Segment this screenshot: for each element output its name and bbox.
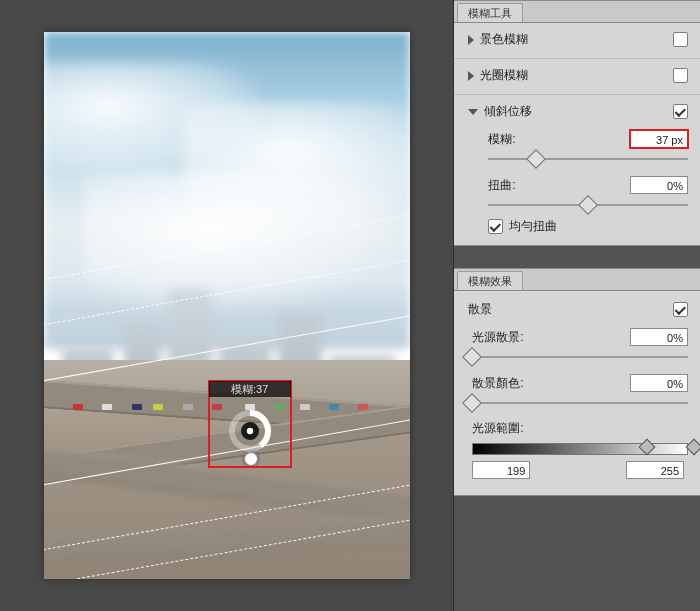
tab-blur-effects[interactable]: 模糊效果 <box>457 271 523 290</box>
blur-amount-slider[interactable] <box>488 152 688 166</box>
section-label: 傾斜位移 <box>484 103 532 120</box>
enable-iris-blur-checkbox[interactable] <box>673 68 688 83</box>
bokeh-color-input[interactable]: 0% <box>630 374 688 392</box>
blur-amount-label: 模糊: <box>488 131 515 148</box>
panel-tabs: 模糊工具 <box>454 1 700 23</box>
panel-gap <box>454 246 700 268</box>
chevron-down-icon <box>468 109 478 115</box>
section-toggle[interactable]: 光圈模糊 <box>468 67 528 84</box>
section-tilt-shift: 傾斜位移 模糊: 37 px 扭曲: 0% <box>454 95 700 245</box>
light-bokeh-label: 光源散景: <box>472 329 523 346</box>
annotation-box: 模糊:37 <box>208 380 292 468</box>
enable-bokeh-checkbox[interactable] <box>673 302 688 317</box>
app-root: 模糊:37 模糊工具 <box>0 0 700 611</box>
blur-pin-label: 模糊:37 <box>209 381 291 397</box>
blur-ring[interactable] <box>227 408 273 454</box>
blur-amount-input[interactable]: 37 px <box>630 130 688 148</box>
section-field-blur: 景色模糊 <box>454 23 700 59</box>
canvas-area: 模糊:37 <box>0 0 453 611</box>
image-canvas[interactable]: 模糊:37 <box>44 32 410 579</box>
section-toggle[interactable]: 傾斜位移 <box>468 103 532 120</box>
light-bokeh-input[interactable]: 0% <box>630 328 688 346</box>
svg-point-3 <box>246 428 252 434</box>
chevron-right-icon <box>468 71 474 81</box>
section-bokeh: 散景 光源散景: 0% 散景顏色: 0% 光源範圍: <box>454 291 700 495</box>
chevron-right-icon <box>468 35 474 45</box>
side-panels: 模糊工具 景色模糊 光圈模糊 <box>453 0 700 611</box>
tab-blur-tools[interactable]: 模糊工具 <box>457 3 523 22</box>
distortion-slider[interactable] <box>488 198 688 212</box>
section-iris-blur: 光圈模糊 <box>454 59 700 95</box>
symmetric-distortion-checkbox[interactable] <box>488 219 503 234</box>
light-range-hi-input[interactable]: 255 <box>626 461 684 479</box>
enable-field-blur-checkbox[interactable] <box>673 32 688 47</box>
distortion-label: 扭曲: <box>488 177 515 194</box>
enable-tilt-shift-checkbox[interactable] <box>673 104 688 119</box>
symmetric-distortion-label: 均勻扭曲 <box>509 218 557 235</box>
blur-effects-panel: 模糊效果 散景 光源散景: 0% 散景顏色: 0% <box>454 268 700 496</box>
light-range-label: 光源範圍: <box>472 420 523 437</box>
section-label: 景色模糊 <box>480 31 528 48</box>
light-range-slider[interactable] <box>472 441 688 455</box>
section-label: 光圈模糊 <box>480 67 528 84</box>
bokeh-label: 散景 <box>468 301 492 318</box>
panel-tabs: 模糊效果 <box>454 269 700 291</box>
light-bokeh-slider[interactable] <box>472 350 688 364</box>
bokeh-color-label: 散景顏色: <box>472 375 523 392</box>
distortion-input[interactable]: 0% <box>630 176 688 194</box>
bokeh-color-slider[interactable] <box>472 396 688 410</box>
light-range-lo-input[interactable]: 199 <box>472 461 530 479</box>
blur-tools-panel: 模糊工具 景色模糊 光圈模糊 <box>454 0 700 246</box>
section-toggle[interactable]: 景色模糊 <box>468 31 528 48</box>
